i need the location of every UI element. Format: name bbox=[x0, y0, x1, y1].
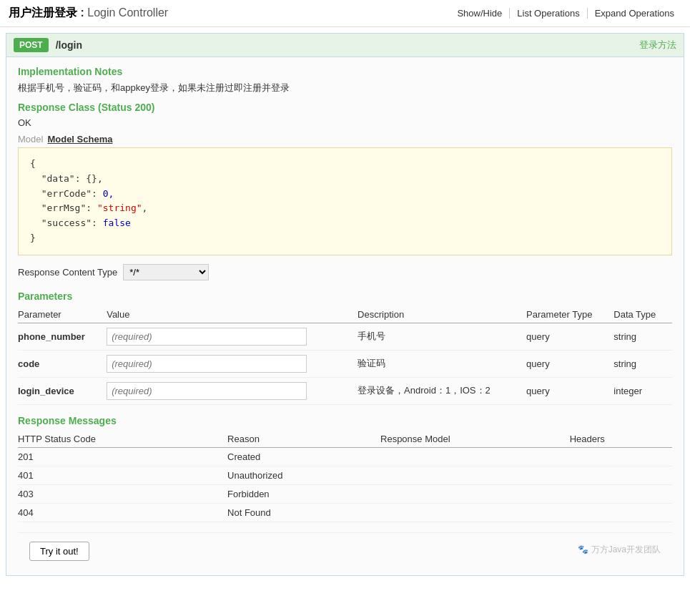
model-code-block: { "data": {}, "errCode": 0, "errMsg": "s… bbox=[18, 147, 672, 255]
parameters-title: Parameters bbox=[18, 290, 672, 302]
param-data-type: string bbox=[613, 350, 672, 377]
response-content-type-select[interactable]: */* application/json text/plain bbox=[123, 264, 209, 280]
col-parameter-type: Parameter Type bbox=[526, 306, 613, 323]
model-tab-schema[interactable]: Model Schema bbox=[47, 134, 112, 145]
resp-model bbox=[380, 447, 570, 466]
watermark: 🐾 万方Java开发团队 bbox=[578, 544, 661, 556]
col-parameter: Parameter bbox=[18, 306, 107, 323]
param-type: query bbox=[526, 377, 613, 404]
implementation-notes-text: 根据手机号，验证码，和appkey登录，如果未注册过即注册并登录 bbox=[18, 82, 672, 94]
endpoint-description: 登录方法 bbox=[639, 39, 676, 52]
endpoint-path: /login bbox=[56, 39, 639, 51]
code-line-close: } bbox=[30, 231, 660, 246]
model-tabs: Model Model Schema bbox=[18, 134, 672, 145]
title-zh: 用户注册登录 bbox=[9, 6, 77, 19]
implementation-notes-title: Implementation Notes bbox=[18, 66, 672, 77]
table-row: 201 Created bbox=[18, 447, 672, 466]
param-description: 登录设备，Android：1，IOS：2 bbox=[358, 377, 526, 404]
list-operations-link[interactable]: List Operations bbox=[509, 8, 586, 19]
response-content-type-row: Response Content Type */* application/js… bbox=[18, 264, 672, 280]
col-value: Value bbox=[107, 306, 358, 323]
endpoint-header: POST /login 登录方法 bbox=[6, 34, 684, 57]
param-type: query bbox=[526, 350, 613, 377]
param-description: 手机号 bbox=[358, 323, 526, 350]
resp-model bbox=[380, 466, 570, 484]
resp-code: 404 bbox=[18, 503, 227, 522]
response-messages-section: Response Messages HTTP Status Code Reaso… bbox=[18, 415, 672, 522]
param-value[interactable] bbox=[107, 323, 358, 350]
code-line-errmsg: "errMsg": "string", bbox=[30, 201, 660, 216]
resp-code: 403 bbox=[18, 484, 227, 503]
resp-model bbox=[380, 503, 570, 522]
title-separator: : bbox=[80, 6, 87, 19]
param-description: 验证码 bbox=[358, 350, 526, 377]
code-line-success: "success": false bbox=[30, 216, 660, 231]
params-header-row: Parameter Value Description Parameter Ty… bbox=[18, 306, 672, 323]
table-row: 401 Unauthorized bbox=[18, 466, 672, 484]
table-row: login_device 登录设备，Android：1，IOS：2 query … bbox=[18, 377, 672, 404]
code-line-data: "data": {}, bbox=[30, 172, 660, 187]
col-response-model: Response Model bbox=[380, 431, 570, 448]
bottom-bar: Try it out! 🐾 万方Java开发团队 bbox=[18, 532, 672, 567]
param-type: query bbox=[526, 323, 613, 350]
title-en: Login Controller bbox=[87, 6, 168, 19]
code-line-errcode: "errCode": 0, bbox=[30, 187, 660, 202]
resp-model bbox=[380, 484, 570, 503]
table-row: phone_number 手机号 query string bbox=[18, 323, 672, 350]
param-data-type: string bbox=[613, 323, 672, 350]
response-messages-table: HTTP Status Code Reason Response Model H… bbox=[18, 431, 672, 522]
param-input[interactable] bbox=[107, 328, 307, 346]
param-value[interactable] bbox=[107, 350, 358, 377]
top-bar: 用户注册登录 : Login Controller Show/Hide List… bbox=[0, 0, 690, 27]
param-data-type: integer bbox=[613, 377, 672, 404]
try-it-button[interactable]: Try it out! bbox=[29, 542, 89, 561]
response-class-title: Response Class (Status 200) bbox=[18, 102, 672, 113]
param-input[interactable] bbox=[107, 382, 307, 400]
param-input[interactable] bbox=[107, 355, 307, 373]
resp-reason: Forbidden bbox=[227, 484, 380, 503]
code-line-open: { bbox=[30, 157, 660, 172]
col-headers: Headers bbox=[570, 431, 672, 448]
response-messages-title: Response Messages bbox=[18, 415, 672, 426]
resp-reason: Created bbox=[227, 447, 380, 466]
resp-code: 401 bbox=[18, 466, 227, 484]
parameters-table: Parameter Value Description Parameter Ty… bbox=[18, 306, 672, 405]
resp-reason: Not Found bbox=[227, 503, 380, 522]
param-name: phone_number bbox=[18, 323, 107, 350]
resp-headers bbox=[570, 484, 672, 503]
table-row: 404 Not Found bbox=[18, 503, 672, 522]
resp-code: 201 bbox=[18, 447, 227, 466]
resp-headers bbox=[570, 466, 672, 484]
col-description: Description bbox=[358, 306, 526, 323]
response-class-ok: OK bbox=[18, 117, 672, 128]
param-name: login_device bbox=[18, 377, 107, 404]
table-row: 403 Forbidden bbox=[18, 484, 672, 503]
param-name: code bbox=[18, 350, 107, 377]
response-content-type-label: Response Content Type bbox=[18, 267, 117, 278]
model-tab-model[interactable]: Model bbox=[18, 134, 43, 145]
param-value[interactable] bbox=[107, 377, 358, 404]
resp-reason: Unauthorized bbox=[227, 466, 380, 484]
resp-header-row: HTTP Status Code Reason Response Model H… bbox=[18, 431, 672, 448]
col-data-type: Data Type bbox=[613, 306, 672, 323]
page-title: 用户注册登录 : Login Controller bbox=[9, 6, 450, 21]
col-reason: Reason bbox=[227, 431, 380, 448]
parameters-section: Parameters Parameter Value Description P… bbox=[18, 290, 672, 405]
table-row: code 验证码 query string bbox=[18, 350, 672, 377]
endpoint-body: Implementation Notes 根据手机号，验证码，和appkey登录… bbox=[6, 57, 684, 575]
show-hide-link[interactable]: Show/Hide bbox=[450, 8, 509, 19]
resp-headers bbox=[570, 503, 672, 522]
method-badge: POST bbox=[14, 38, 49, 52]
top-bar-actions: Show/Hide List Operations Expand Operati… bbox=[450, 8, 681, 19]
resp-headers bbox=[570, 447, 672, 466]
endpoint-block: POST /login 登录方法 Implementation Notes 根据… bbox=[6, 33, 684, 576]
col-http-status: HTTP Status Code bbox=[18, 431, 227, 448]
expand-operations-link[interactable]: Expand Operations bbox=[587, 8, 681, 19]
